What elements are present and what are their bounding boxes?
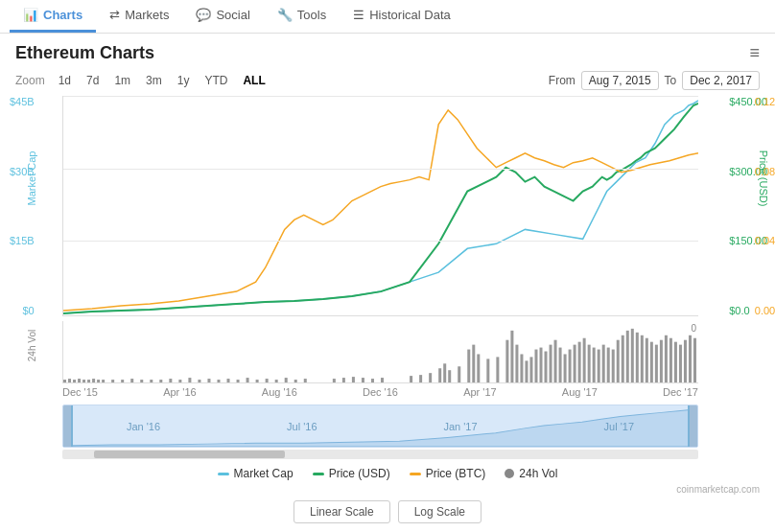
social-icon: 💬: [196, 8, 211, 22]
x-label-3: Dec '16: [363, 386, 398, 398]
from-date[interactable]: Aug 7, 2015: [581, 71, 659, 90]
to-label: To: [665, 74, 677, 87]
log-scale-button[interactable]: Log Scale: [398, 500, 481, 523]
svg-rect-41: [448, 370, 451, 382]
svg-rect-71: [617, 340, 620, 382]
svg-rect-21: [227, 379, 230, 382]
svg-rect-68: [602, 345, 605, 382]
svg-rect-77: [646, 338, 648, 382]
svg-rect-28: [294, 380, 297, 382]
svg-rect-67: [598, 350, 600, 382]
svg-rect-30: [333, 379, 336, 382]
legend-price-usd: Price (USD): [313, 467, 390, 480]
main-chart-svg: [63, 96, 698, 315]
svg-rect-78: [650, 342, 653, 382]
volume-chart: 0: [62, 321, 698, 383]
nav-charts[interactable]: 📊 Charts: [10, 0, 96, 33]
svg-rect-42: [458, 366, 460, 382]
nav-social[interactable]: 💬 Social: [182, 0, 263, 33]
x-label-5: Aug '17: [562, 386, 598, 398]
svg-rect-54: [534, 350, 537, 382]
svg-rect-26: [275, 380, 278, 382]
to-date[interactable]: Dec 2, 2017: [682, 71, 760, 90]
legend-vol-label: 24h Vol: [519, 467, 557, 480]
svg-rect-73: [626, 331, 629, 382]
svg-rect-58: [554, 340, 557, 382]
price-btc-line: [63, 110, 698, 311]
svg-rect-85: [684, 340, 687, 382]
historical-icon: ☰: [353, 8, 364, 22]
svg-rect-51: [520, 354, 523, 382]
svg-rect-57: [550, 345, 552, 382]
svg-rect-43: [467, 350, 470, 382]
y-usd-3: $0.0: [729, 305, 749, 316]
scale-buttons: Linear Scale Log Scale: [0, 497, 775, 529]
zoom-bar: Zoom 1d 7d 1m 3m 1y YTD ALL From Aug 7, …: [0, 69, 775, 96]
linear-scale-button[interactable]: Linear Scale: [294, 500, 390, 523]
svg-rect-20: [217, 380, 220, 382]
legend-market-cap-color: [218, 473, 229, 475]
charts-icon: 📊: [23, 8, 38, 22]
svg-rect-47: [496, 357, 499, 382]
svg-rect-63: [578, 342, 581, 382]
legend: Market Cap Price (USD) Price (BTC) 24h V…: [0, 459, 775, 484]
nav-markets[interactable]: ⇄ Markets: [96, 0, 182, 33]
svg-rect-75: [636, 333, 639, 382]
svg-rect-53: [529, 357, 532, 382]
vol-label: 24h Vol: [27, 330, 37, 361]
zoom-controls: Zoom 1d 7d 1m 3m 1y YTD ALL: [15, 72, 271, 89]
y-left-0: $45B: [10, 96, 35, 107]
navigator[interactable]: Jan '16 Jul '16 Jan '17 Jul '17: [62, 405, 698, 448]
svg-rect-81: [665, 335, 668, 382]
zoom-1y[interactable]: 1y: [172, 72, 196, 89]
y-left-2: $15B: [10, 235, 35, 246]
zoom-3m[interactable]: 3m: [140, 72, 168, 89]
svg-rect-6: [92, 379, 95, 382]
svg-rect-36: [410, 376, 412, 382]
svg-rect-60: [564, 354, 567, 382]
grid-line-3: [63, 241, 698, 242]
nav-handle-left[interactable]: [63, 405, 71, 447]
legend-market-cap: Market Cap: [218, 467, 294, 480]
legend-vol-24h: 24h Vol: [505, 467, 557, 480]
zoom-ytd[interactable]: YTD: [199, 72, 233, 89]
x-label-1: Apr '16: [163, 386, 197, 398]
scroll-bar[interactable]: [62, 450, 698, 459]
zoom-7d[interactable]: 7d: [81, 72, 105, 89]
y-btc-1: 0.08000000 BTC: [755, 166, 775, 177]
chart-area: Market Cap Price (USD) Price (BTC) $45B …: [62, 96, 698, 459]
svg-rect-12: [140, 380, 143, 382]
svg-rect-13: [150, 380, 153, 382]
svg-rect-27: [285, 378, 288, 382]
menu-icon[interactable]: ≡: [749, 43, 760, 63]
volume-bars: [63, 329, 696, 382]
nav-tools[interactable]: 🔧 Tools: [264, 0, 340, 33]
nav-selected-region[interactable]: [71, 405, 690, 447]
nav-handle-right[interactable]: [690, 405, 697, 447]
zoom-all[interactable]: ALL: [237, 72, 270, 89]
x-label-0: Dec '15: [62, 386, 98, 398]
svg-rect-46: [486, 359, 489, 382]
from-label: From: [549, 74, 575, 87]
zoom-1d[interactable]: 1d: [53, 72, 77, 89]
svg-rect-49: [510, 331, 513, 382]
zoom-1m[interactable]: 1m: [108, 72, 136, 89]
legend-price-btc-label: Price (BTC): [426, 467, 486, 480]
svg-rect-69: [607, 348, 610, 382]
scroll-thumb[interactable]: [94, 451, 285, 458]
svg-rect-19: [207, 379, 210, 382]
svg-rect-25: [266, 379, 269, 382]
svg-rect-56: [545, 352, 548, 382]
svg-rect-10: [121, 380, 124, 382]
nav-historical[interactable]: ☰ Historical Data: [340, 0, 464, 33]
svg-rect-14: [159, 380, 162, 382]
main-chart: [62, 96, 698, 316]
svg-rect-37: [419, 375, 422, 382]
grid-line-1: [63, 96, 698, 97]
svg-rect-70: [612, 350, 615, 382]
zoom-label: Zoom: [15, 74, 45, 87]
page-title: Ethereum Charts: [15, 43, 154, 63]
legend-price-btc: Price (BTC): [410, 467, 486, 480]
svg-rect-45: [477, 354, 480, 382]
svg-rect-4: [82, 380, 85, 382]
